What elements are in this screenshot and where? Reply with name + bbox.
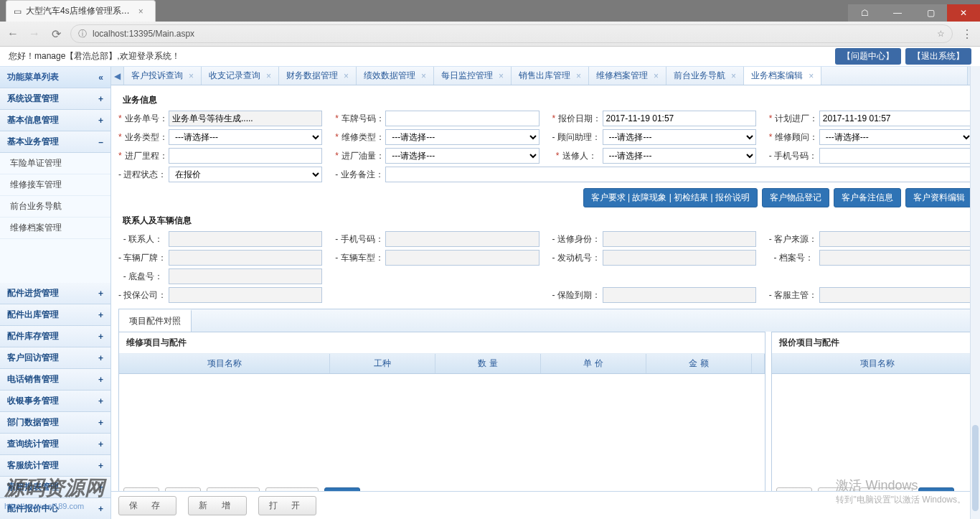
column-header[interactable]: 数 量 xyxy=(435,354,541,373)
issue-center-button[interactable]: 【问题中心】 xyxy=(835,48,901,65)
advisor-select[interactable]: ---请选择--- xyxy=(819,129,973,145)
close-icon[interactable]: × xyxy=(138,6,143,17)
phone-field[interactable] xyxy=(819,148,973,164)
user-icon[interactable]: ☖ xyxy=(848,4,881,22)
sidebar-item[interactable]: 维修档案管理 xyxy=(0,218,110,239)
close-icon[interactable]: × xyxy=(344,71,349,81)
content-tab[interactable]: 财务数据管理× xyxy=(279,67,357,85)
assist-select[interactable]: ---请选择--- xyxy=(603,129,756,145)
sidebar-group[interactable]: 基本信息管理+ xyxy=(0,110,110,131)
sidebar-item[interactable]: 车险单证管理 xyxy=(0,153,110,174)
close-icon[interactable]: × xyxy=(499,71,504,81)
info-icon[interactable]: ⓘ xyxy=(78,28,87,40)
contact-field xyxy=(169,231,322,247)
column-header[interactable]: 单 价 xyxy=(541,354,646,373)
close-icon[interactable]: × xyxy=(266,71,271,81)
back-icon[interactable]: ← xyxy=(6,27,20,40)
source-field xyxy=(819,231,973,247)
action-button[interactable]: 客户要求 | 故障现象 | 初检结果 | 报价说明 xyxy=(583,188,758,207)
quote-date-field[interactable] xyxy=(603,111,756,126)
content-tab[interactable]: 收支记录查询× xyxy=(202,67,279,85)
content-tab[interactable]: 每日监控管理× xyxy=(434,67,512,85)
sidebar-group[interactable]: 客服统计管理+ xyxy=(0,455,110,477)
tabs-scroll-left[interactable]: ◀ xyxy=(111,67,124,85)
brand-field xyxy=(169,250,322,266)
sidebar-group[interactable]: 收银事务管理+ xyxy=(0,391,110,412)
maximize-button[interactable]: ▢ xyxy=(914,4,947,22)
content-tab[interactable]: 前台业务导航× xyxy=(666,67,744,85)
close-button[interactable]: ✕ xyxy=(947,4,980,22)
action-button[interactable]: 客户资料编辑 xyxy=(905,188,973,207)
repair-type-select[interactable]: ---请选择--- xyxy=(385,129,539,145)
section-title-biz: 业务信息 xyxy=(123,94,973,106)
bottom-button[interactable]: 打 开 xyxy=(258,496,316,515)
menu-icon[interactable]: ⋮ xyxy=(960,27,974,41)
sidebar-group[interactable]: 基本业务管理– xyxy=(0,131,110,153)
reload-icon[interactable]: ⟳ xyxy=(49,27,63,41)
sidebar-group[interactable]: 查询统计管理+ xyxy=(0,434,110,455)
bottom-button[interactable]: 保 存 xyxy=(118,496,176,515)
column-header[interactable]: 工种 xyxy=(330,354,435,373)
action-button[interactable]: 客户备注信息 xyxy=(834,188,901,207)
grid-body-left[interactable] xyxy=(119,374,765,473)
bookmark-icon[interactable]: ☆ xyxy=(937,29,945,39)
minimize-button[interactable]: — xyxy=(881,4,914,22)
browser-chrome: ▭ 大型汽车4s店维修管理系… × ☖ — ▢ ✕ ← → ⟳ ⓘ localh… xyxy=(0,0,980,47)
progress-select[interactable]: 在报价 xyxy=(169,167,322,182)
content-tab[interactable]: 绩效数据管理× xyxy=(357,67,434,85)
form-page: 业务信息 *业务单号： *车牌号码： *报价日期： *计划进厂： *业务类型：-… xyxy=(111,85,980,491)
remark-field[interactable] xyxy=(385,167,973,182)
action-button[interactable]: 客户物品登记 xyxy=(762,188,829,207)
engine-field xyxy=(603,250,756,266)
grid-hscroll-right[interactable] xyxy=(772,473,980,483)
sidebar-item[interactable]: 维修接车管理 xyxy=(0,174,110,196)
column-header[interactable]: 项目名称 xyxy=(119,354,330,373)
content-tabbar: ◀ 客户投诉查询×收支记录查询×财务数据管理×绩效数据管理×每日监控管理×销售出… xyxy=(111,67,980,85)
collapse-icon[interactable]: « xyxy=(98,73,103,83)
address-bar[interactable]: ⓘ localhost:13395/Main.aspx ☆ xyxy=(70,24,953,43)
page-scrollbar[interactable] xyxy=(970,66,980,519)
sidebar-group[interactable]: 部门数据管理+ xyxy=(0,412,110,434)
sidebar-item[interactable]: 前台业务导航 xyxy=(0,196,110,218)
sidebar-group[interactable]: 配件库存管理+ xyxy=(0,326,110,347)
plan-in-field[interactable] xyxy=(819,111,973,126)
mobile-field xyxy=(385,231,539,247)
close-icon[interactable]: × xyxy=(576,71,581,81)
content-tab[interactable]: 销售出库管理× xyxy=(512,67,589,85)
content-tab[interactable]: 业务档案编辑× xyxy=(744,67,821,85)
sidebar-group[interactable]: 电话销售管理+ xyxy=(0,369,110,391)
oil-in-select[interactable]: ---请选择--- xyxy=(385,148,539,164)
biz-type-select[interactable]: ---请选择--- xyxy=(169,129,322,145)
sidebar-group[interactable]: 索赔报表管理+ xyxy=(0,477,110,498)
logout-button[interactable]: 【退出系统】 xyxy=(905,48,971,65)
grid-hscroll-left[interactable] xyxy=(119,473,765,483)
sidebar-group[interactable]: 配件出库管理+ xyxy=(0,304,110,326)
column-header[interactable]: 金 额 xyxy=(646,354,752,373)
sidebar-header: 功能菜单列表 « xyxy=(0,67,110,88)
sidebar-group[interactable]: 配件报价中心+ xyxy=(0,498,110,519)
browser-tab[interactable]: ▭ 大型汽车4s店维修管理系… × xyxy=(6,0,156,22)
browser-tab-strip: ▭ 大型汽车4s店维修管理系… × ☖ — ▢ ✕ xyxy=(0,0,980,22)
close-icon[interactable]: × xyxy=(654,71,659,81)
sidebar-group[interactable]: 配件进货管理+ xyxy=(0,283,110,304)
svc-mgr-field xyxy=(819,287,973,303)
close-icon[interactable]: × xyxy=(731,71,736,81)
sidebar-group[interactable]: 客户回访管理+ xyxy=(0,347,110,369)
mile-in-field[interactable] xyxy=(169,148,322,164)
plate-field[interactable] xyxy=(385,111,539,126)
inner-tab-parts[interactable]: 项目配件对照 xyxy=(119,309,192,332)
address-row: ← → ⟳ ⓘ localhost:13395/Main.aspx ☆ ⋮ xyxy=(0,22,980,46)
grid-body-right[interactable] xyxy=(772,374,980,473)
close-icon[interactable]: × xyxy=(809,71,814,81)
content-tab[interactable]: 客户投诉查询× xyxy=(124,67,202,85)
sender-select[interactable]: ---请选择--- xyxy=(603,148,756,164)
column-header[interactable]: 项目名称 xyxy=(772,354,980,373)
browser-tab-title: 大型汽车4s店维修管理系… xyxy=(26,5,130,17)
sidebar-group[interactable]: 系统设置管理+ xyxy=(0,88,110,110)
bottom-button[interactable]: 新 增 xyxy=(188,496,246,515)
close-icon[interactable]: × xyxy=(421,71,426,81)
url-text: localhost:13395/Main.aspx xyxy=(93,29,194,39)
archive-field xyxy=(819,250,973,266)
close-icon[interactable]: × xyxy=(189,71,194,81)
content-tab[interactable]: 维修档案管理× xyxy=(589,67,666,85)
